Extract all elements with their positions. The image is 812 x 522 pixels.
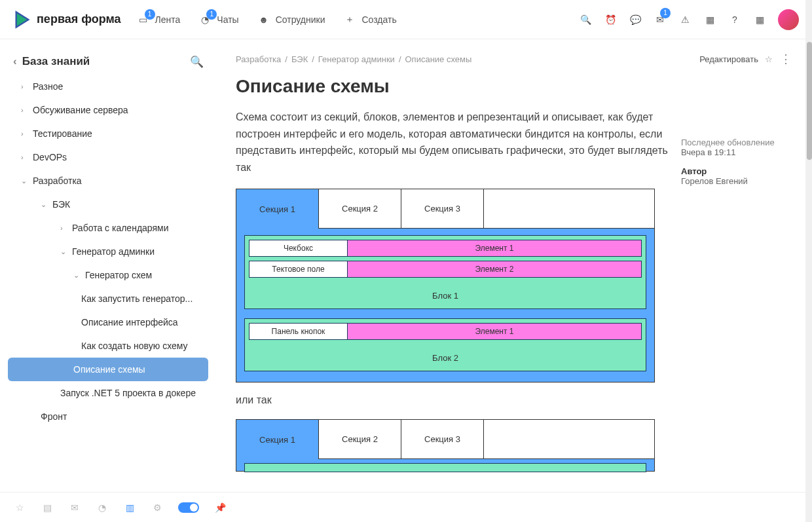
chat-badge: 1 [206,9,217,20]
crumb-dev[interactable]: Разработка [236,54,281,64]
nav-create[interactable]: ＋ Создать [343,13,396,26]
db-icon[interactable]: ▤ [41,501,54,514]
crumb-back[interactable]: БЭК [291,54,308,64]
scrollbar-thumb[interactable] [807,42,812,160]
help-icon[interactable]: ? [728,13,741,26]
sidebar-item-front[interactable]: Фронт [8,405,208,428]
brand-text: первая форма [37,12,121,26]
sidebar-item-gen-admin[interactable]: ⌄Генератор админки [8,240,208,263]
logo-icon [13,10,31,29]
content-area: Разработка / БЭК / Генератор админки / О… [216,39,812,492]
d2-section-3: Секция 3 [401,420,484,459]
d1-block-1: ЧекбоксЭлемент 1 Тектовое полеЭлемент 2 … [244,235,646,309]
diagram-1: Секция 1 Секция 2 Секция 3 ЧекбоксЭлемен… [236,189,655,382]
updated-value: Вчера в 19:11 [681,147,792,157]
mail-icon[interactable]: ✉1 [654,13,667,26]
star-icon[interactable]: ☆ [762,52,775,65]
sidebar-item-misc[interactable]: ›Разное [8,75,208,98]
sidebar-item-gen-schemes[interactable]: ⌄Генератор схем [8,263,208,287]
sidebar-item-testing[interactable]: ›Тестирование [8,122,208,145]
back-icon[interactable]: ‹ [13,55,17,68]
nav-employees[interactable]: ☻ Сотрудники [257,13,325,26]
sidebar-item-how-create[interactable]: Как создать новую схему [8,334,208,358]
updated-label: Последнее обновление [681,138,792,147]
d1-block-2: Панель кнопокЭлемент 1 Блок 2 [244,318,646,371]
avatar[interactable] [778,9,799,30]
comment-icon[interactable]: 💬 [629,13,642,26]
calendar-icon[interactable]: ▦ [753,13,766,26]
plus-icon: ＋ [343,13,356,26]
sidebar-search-icon[interactable]: 🔍 [190,55,203,68]
sidebar-item-desc-schema[interactable]: Описание схемы [8,358,208,381]
crumb-current: Описание схемы [405,54,472,64]
diagram-2: Секция 1 Секция 2 Секция 3 [236,419,655,472]
sidebar-item-devops[interactable]: ›DevOPs [8,145,208,169]
more-icon[interactable]: ⋮ [779,52,792,65]
page-title: Описание схемы [236,76,792,97]
search-icon[interactable]: 🔍 [579,13,592,26]
d1-section-2: Секция 2 [319,189,401,229]
d1-section-3: Секция 3 [401,189,484,229]
people-icon: ☻ [257,13,270,26]
bottom-bar: ☆ ▤ ✉ ◔ ▥ ⚙ 📌 [0,492,812,522]
sidebar-item-dev[interactable]: ⌄Разработка [8,169,208,193]
page-description: Схема состоит из секций, блоков, элемент… [236,109,668,176]
scrollbar-track[interactable] [805,0,812,522]
breadcrumb: Разработка / БЭК / Генератор админки / О… [236,52,792,65]
svg-marker-0 [16,12,29,27]
d1-section-1: Секция 1 [236,189,319,229]
envelope-icon[interactable]: ✉ [68,501,81,514]
top-navbar: первая форма ▭ Лента 1 ◔ Чаты 1 ☻ Сотруд… [0,0,812,39]
star-bottom-icon[interactable]: ☆ [13,501,26,514]
toggle-switch[interactable] [178,502,199,513]
grid-icon[interactable]: ▦ [703,13,716,26]
sidebar-item-desc-ui[interactable]: Описание интерфейса [8,310,208,334]
sidebar-item-calendars[interactable]: ›Работа с календарями [8,216,208,240]
gear-icon[interactable]: ⚙ [151,501,164,514]
sidebar-item-docker[interactable]: Запуск .NET 5 проекта в докере [8,381,208,405]
d2-section-1: Секция 1 [236,420,319,459]
pie-icon[interactable]: ◔ [96,501,109,514]
nav-chats[interactable]: ◔ Чаты 1 [198,13,238,26]
edit-button[interactable]: Редактировать [699,54,758,64]
sidebar-item-how-run[interactable]: Как запустить генератор... [8,287,208,310]
feed-badge: 1 [145,9,155,20]
sidebar-title: База знаний [22,55,90,68]
sidebar-item-server[interactable]: ›Обсуживание сервера [8,98,208,122]
sidebar: ‹ База знаний 🔍 ›Разное ›Обсуживание сер… [0,39,216,492]
crumb-gen[interactable]: Генератор админки [318,54,395,64]
meta-panel: Последнее обновление Вчера в 19:11 Автор… [681,138,792,186]
chevron-down-icon: ⌄ [60,248,67,256]
chevron-down-icon: ⌄ [21,177,28,185]
alert-icon[interactable]: ⚠ [678,13,692,26]
logo[interactable]: первая форма [13,10,121,29]
d2-section-2: Секция 2 [319,420,401,459]
author-label: Автор [681,166,792,176]
alarm-icon[interactable]: ⏰ [604,13,617,26]
nav-feed[interactable]: ▭ Лента 1 [137,13,181,26]
sidebar-item-back[interactable]: ⌄БЭК [8,193,208,216]
app-icon[interactable]: ▥ [123,501,136,514]
pin-icon[interactable]: 📌 [213,501,227,514]
author-value: Горелов Евгений [681,176,792,186]
chevron-down-icon: ⌄ [41,200,47,209]
or-text: или так [236,394,792,406]
chevron-down-icon: ⌄ [73,271,80,280]
